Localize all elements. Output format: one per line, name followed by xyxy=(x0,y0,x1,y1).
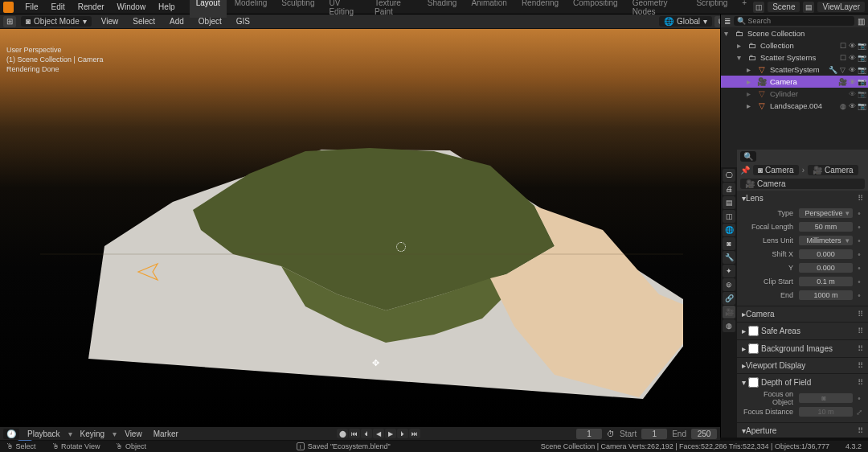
outliner-item-collection[interactable]: ▸ 🗀 Collection ☐👁📷 xyxy=(721,39,868,51)
shift-x-field[interactable]: 0.000 xyxy=(799,249,853,259)
play-reverse-icon[interactable]: ◀ xyxy=(373,429,384,438)
outliner-item-scattersystem[interactable]: ▸ ▽ ScatterSystem 🔧▽👁📷 xyxy=(721,64,868,76)
outliner-editor-icon[interactable]: ≣ xyxy=(724,17,731,26)
end-frame-field[interactable]: 250 xyxy=(691,429,717,439)
outliner-item-camera[interactable]: ▸ 🎥 Camera 🎥👁📷 xyxy=(721,76,868,88)
tab-texture-paint[interactable]: Texture Paint xyxy=(368,0,420,18)
menu-edit[interactable]: Edit xyxy=(44,2,71,11)
outliner-root[interactable]: ▾ 🗀 Scene Collection xyxy=(721,27,868,39)
render-icon[interactable]: 📷 xyxy=(858,66,866,74)
render-icon[interactable]: 📷 xyxy=(858,102,866,110)
viewlayer-selector[interactable]: ViewLayer xyxy=(817,2,865,12)
mode-dropdown[interactable]: ◙ Object Mode ▾ xyxy=(21,16,92,27)
clip-start-field[interactable]: 0.1 m xyxy=(799,277,853,286)
tab-rendering[interactable]: Rendering xyxy=(515,0,565,18)
modifier-icon[interactable]: 🔧 xyxy=(829,66,837,74)
tab-modeling[interactable]: Modeling xyxy=(228,0,274,18)
panel-menu-icon[interactable]: ⠿ xyxy=(858,378,863,387)
keyframe-dot-icon[interactable]: • xyxy=(855,209,863,218)
eye-icon[interactable]: 👁 xyxy=(848,78,857,86)
editor-type-icon[interactable]: ⊞ xyxy=(3,16,16,27)
render-icon[interactable]: 📷 xyxy=(858,42,866,50)
eyedropper-icon[interactable]: ⤢ xyxy=(855,408,863,417)
breadcrumb-data[interactable]: 🎥Camera xyxy=(808,165,858,175)
header-menu-view[interactable]: View xyxy=(96,17,124,26)
ptab-physics-icon[interactable]: ⊚ xyxy=(723,278,735,291)
ptab-object-icon[interactable]: ◙ xyxy=(723,237,735,250)
clip-end-field[interactable]: 1000 m xyxy=(799,290,853,300)
filter-icon[interactable]: ▥ xyxy=(858,17,865,26)
lens-unit-dropdown[interactable]: Millimeters xyxy=(799,236,853,245)
orientation-dropdown[interactable]: 🌐 Global ▾ xyxy=(659,16,712,27)
focus-distance-field[interactable]: 10 m xyxy=(799,407,853,417)
disclosure-icon[interactable]: ▸ xyxy=(747,65,754,74)
keyframe-dot-icon[interactable]: • xyxy=(855,291,863,300)
focal-length-field[interactable]: 50 mm xyxy=(799,222,853,232)
focus-object-field[interactable]: ◙ xyxy=(799,393,853,403)
viewlayer-icon[interactable]: ▤ xyxy=(803,2,814,13)
menu-help[interactable]: Help xyxy=(152,2,182,11)
datablock-selector[interactable]: 🎥Camera xyxy=(740,179,865,189)
keyframe-dot-icon[interactable]: • xyxy=(855,264,863,273)
safe-areas-checkbox[interactable] xyxy=(748,326,759,336)
panel-menu-icon[interactable]: ⠿ xyxy=(858,426,863,435)
bg-images-checkbox[interactable] xyxy=(748,343,759,354)
timeline-menu-keying[interactable]: Keying xyxy=(77,429,108,438)
eye-icon[interactable]: 👁 xyxy=(848,42,857,50)
outliner-search-input[interactable]: 🔍 Search xyxy=(734,16,854,26)
ptab-data-camera-icon[interactable]: 🎥 xyxy=(723,306,735,318)
eye-icon[interactable]: 👁 xyxy=(848,54,857,62)
restrict-select-icon[interactable]: ☐ xyxy=(838,42,847,50)
header-menu-add[interactable]: Add xyxy=(165,17,189,26)
timeline-menu-marker[interactable]: Marker xyxy=(150,429,182,438)
prev-key-icon[interactable]: ⏴ xyxy=(361,429,372,438)
next-key-icon[interactable]: ⏵ xyxy=(397,429,408,438)
disclosure-icon[interactable]: ▸ xyxy=(747,89,754,98)
disclosure-icon[interactable]: ▸ xyxy=(747,77,754,86)
tab-geometry-nodes[interactable]: Geometry Nodes xyxy=(626,0,689,18)
preview-range-icon[interactable]: ⏱ xyxy=(607,429,615,438)
scene-icon[interactable]: ◫ xyxy=(753,2,764,13)
tab-sculpting[interactable]: Sculpting xyxy=(275,0,321,18)
disclosure-icon[interactable]: ▸ xyxy=(737,41,744,50)
lens-type-dropdown[interactable]: Perspective xyxy=(799,208,853,218)
scene-selector[interactable]: Scene xyxy=(768,2,800,12)
ptab-output-icon[interactable]: 🖨 xyxy=(723,183,735,195)
dof-checkbox[interactable] xyxy=(748,377,759,388)
header-menu-object[interactable]: Object xyxy=(194,17,227,26)
tab-shading[interactable]: Shading xyxy=(421,0,464,18)
disclosure-icon[interactable]: ▾ xyxy=(724,29,731,38)
panel-menu-icon[interactable]: ⠿ xyxy=(858,327,863,335)
eye-icon[interactable]: 👁 xyxy=(848,90,857,98)
disclosure-icon[interactable]: ▾ xyxy=(737,53,744,62)
panel-aperture-header[interactable]: ▾ Aperture⠿ xyxy=(737,425,868,437)
outliner-tree[interactable]: ▾ 🗀 Scene Collection ▸ 🗀 Collection ☐👁📷 … xyxy=(721,27,868,148)
tab-compositing[interactable]: Compositing xyxy=(567,0,624,18)
start-frame-field[interactable]: 1 xyxy=(641,429,667,439)
keyframe-dot-icon[interactable]: • xyxy=(855,277,863,286)
panel-menu-icon[interactable]: ⠿ xyxy=(858,310,863,318)
panel-viewport-display[interactable]: ▸ Viewport Display⠿ xyxy=(737,358,868,374)
render-icon[interactable]: 📷 xyxy=(858,90,866,98)
eye-icon[interactable]: 👁 xyxy=(848,66,857,74)
panel-safe-areas[interactable]: ▸ Safe Areas⠿ xyxy=(737,323,868,340)
keyframe-dot-icon[interactable]: • xyxy=(855,250,863,259)
panel-menu-icon[interactable]: ⠿ xyxy=(858,344,863,353)
render-icon[interactable]: 📷 xyxy=(858,78,866,86)
panel-background-images[interactable]: ▸ Background Images⠿ xyxy=(737,340,868,358)
panel-menu-icon[interactable]: ⠿ xyxy=(858,361,863,370)
header-menu-gis[interactable]: GIS xyxy=(231,17,255,26)
shift-y-field[interactable]: 0.000 xyxy=(799,263,853,273)
ptab-viewlayer-icon[interactable]: ▤ xyxy=(723,196,735,209)
outliner-item-cylinder[interactable]: ▸ ▽ Cylinder 👁📷 xyxy=(721,88,868,100)
eye-icon[interactable]: 👁 xyxy=(848,102,857,110)
outliner-item-scatter-systems[interactable]: ▾ 🗀 Scatter Systems ☐👁📷 xyxy=(721,51,868,64)
timeline-menu-playback[interactable]: Playback xyxy=(24,429,63,438)
panel-menu-icon[interactable]: ⠿ xyxy=(858,194,863,203)
disclosure-icon[interactable]: ▸ xyxy=(747,101,754,110)
3d-viewport[interactable]: ✥ User Perspective (1) Scene Collection … xyxy=(0,29,720,426)
ptab-constraints-icon[interactable]: 🔗 xyxy=(723,292,735,305)
panel-camera[interactable]: ▸ Camera⠿ xyxy=(737,306,868,323)
menu-render[interactable]: Render xyxy=(72,2,111,11)
menu-window[interactable]: Window xyxy=(111,2,153,11)
